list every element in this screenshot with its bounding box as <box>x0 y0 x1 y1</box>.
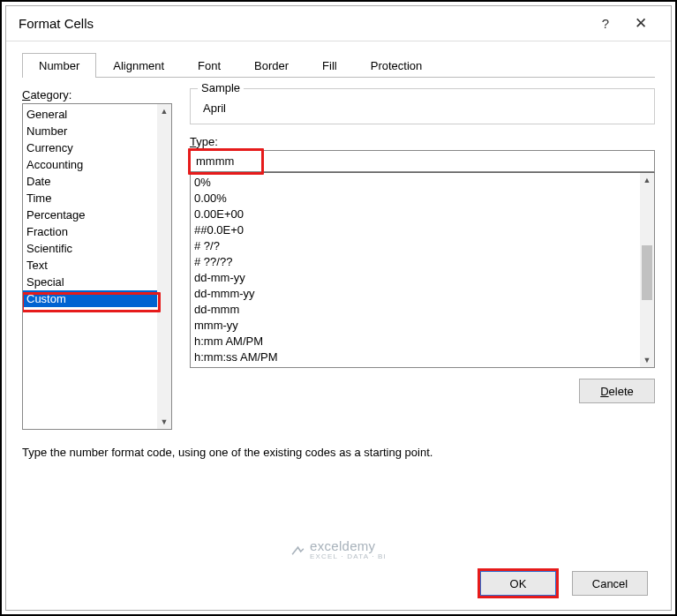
category-item[interactable]: General <box>23 106 171 123</box>
format-item[interactable]: dd-mmm-yy <box>194 286 651 302</box>
scroll-down-icon[interactable]: ▼ <box>157 415 171 429</box>
delete-button[interactable]: Delete <box>579 379 655 403</box>
category-item[interactable]: Scientific <box>23 240 171 257</box>
footer-buttons: OK Cancel <box>480 571 648 596</box>
sample-group: Sample April <box>190 88 655 124</box>
category-item[interactable]: Text <box>23 257 171 274</box>
sample-value: April <box>201 101 645 115</box>
format-item[interactable]: 0.00% <box>194 191 651 207</box>
tab-font[interactable]: Font <box>181 53 237 78</box>
watermark-icon <box>290 544 305 556</box>
delete-row: Delete <box>190 379 655 403</box>
format-item[interactable]: # ?/? <box>194 238 651 254</box>
tab-protection[interactable]: Protection <box>354 53 440 78</box>
sample-label: Sample <box>198 81 244 94</box>
category-item[interactable]: Number <box>23 123 171 139</box>
format-item[interactable]: dd-mmm <box>194 302 651 318</box>
close-button[interactable]: ✕ <box>623 14 658 33</box>
category-item[interactable]: Time <box>23 190 171 207</box>
tab-border[interactable]: Border <box>237 53 305 78</box>
format-item[interactable]: ##0.0E+0 <box>194 222 651 238</box>
dialog-content: Number Alignment Font Border Fill Protec… <box>6 41 671 610</box>
scroll-track[interactable] <box>157 118 171 415</box>
type-input-wrapper <box>190 150 655 172</box>
tabs-row: Number Alignment Font Border Fill Protec… <box>22 52 655 78</box>
format-item[interactable]: h:mm:ss AM/PM <box>194 349 651 365</box>
scroll-thumb[interactable] <box>642 245 652 300</box>
format-cells-dialog: Format Cells ? ✕ Number Alignment Font B… <box>5 5 672 611</box>
ok-wrapper: OK <box>480 571 556 596</box>
type-label: Type: <box>190 135 655 148</box>
format-item[interactable]: mmm-yy <box>194 318 651 334</box>
watermark-tagline: EXCEL · DATA · BI <box>310 552 387 560</box>
watermark: exceldemy EXCEL · DATA · BI <box>290 538 387 560</box>
right-column: Sample April Type: 0%0.00%0.00E+00##0.0E… <box>190 88 655 430</box>
category-item[interactable]: Custom <box>23 290 171 307</box>
format-item[interactable]: # ??/?? <box>194 254 651 270</box>
category-listbox[interactable]: GeneralNumberCurrencyAccountingDateTimeP… <box>22 103 172 430</box>
tab-number[interactable]: Number <box>22 53 96 78</box>
cancel-button[interactable]: Cancel <box>572 571 648 596</box>
scroll-track[interactable] <box>640 187 654 353</box>
titlebar: Format Cells ? ✕ <box>6 6 671 41</box>
scroll-up-icon[interactable]: ▲ <box>157 104 171 118</box>
category-label: Category: <box>22 88 172 101</box>
dialog-title: Format Cells <box>19 16 588 31</box>
category-item[interactable]: Currency <box>23 139 171 156</box>
format-item[interactable]: dd-mm-yy <box>194 270 651 286</box>
format-item[interactable]: 0% <box>194 175 651 191</box>
format-item[interactable]: 0.00E+00 <box>194 207 651 222</box>
help-button[interactable]: ? <box>588 16 623 31</box>
category-item[interactable]: Date <box>23 173 171 190</box>
category-item[interactable]: Accounting <box>23 156 171 173</box>
format-item[interactable]: h:mm AM/PM <box>194 334 651 349</box>
watermark-brand: exceldemy <box>310 538 387 553</box>
format-scrollbar[interactable]: ▲ ▼ <box>640 173 654 367</box>
highlight-ok <box>478 568 559 598</box>
category-item[interactable]: Percentage <box>23 207 171 223</box>
main-row: Category: GeneralNumberCurrencyAccountin… <box>22 88 655 430</box>
category-column: Category: GeneralNumberCurrencyAccountin… <box>22 88 172 430</box>
category-scrollbar[interactable]: ▲ ▼ <box>157 104 171 429</box>
type-input[interactable] <box>190 150 655 172</box>
tab-alignment[interactable]: Alignment <box>96 53 181 78</box>
hint-text: Type the number format code, using one o… <box>22 446 655 459</box>
category-item[interactable]: Fraction <box>23 223 171 240</box>
scroll-up-icon[interactable]: ▲ <box>640 173 654 187</box>
scroll-down-icon[interactable]: ▼ <box>640 353 654 367</box>
category-item[interactable]: Special <box>23 274 171 290</box>
format-listbox[interactable]: 0%0.00%0.00E+00##0.0E+0# ?/?# ??/??dd-mm… <box>190 172 655 368</box>
tab-fill[interactable]: Fill <box>305 53 354 78</box>
